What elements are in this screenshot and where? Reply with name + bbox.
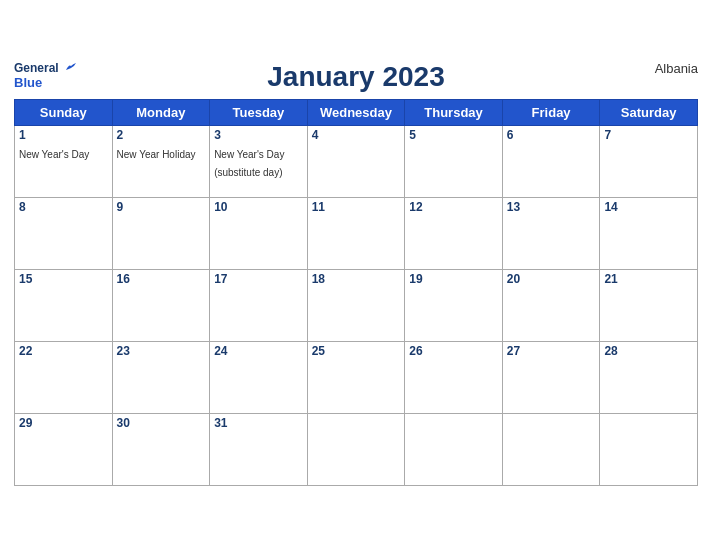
day-number: 16 [117,272,206,286]
calendar-cell [600,413,698,485]
calendar-cell: 9 [112,197,210,269]
week-row-2: 891011121314 [15,197,698,269]
day-number: 7 [604,128,693,142]
week-row-5: 293031 [15,413,698,485]
calendar-cell: 10 [210,197,308,269]
day-number: 5 [409,128,498,142]
day-number: 30 [117,416,206,430]
day-number: 18 [312,272,401,286]
calendar-cell: 12 [405,197,503,269]
calendar-cell: 8 [15,197,113,269]
calendar-cell: 29 [15,413,113,485]
calendar-cell: 5 [405,125,503,197]
weekday-header-tuesday: Tuesday [210,99,308,125]
calendar-cell: 11 [307,197,405,269]
calendar-cell: 28 [600,341,698,413]
calendar-cell: 4 [307,125,405,197]
calendar-cell: 25 [307,341,405,413]
day-number: 29 [19,416,108,430]
weekday-header-saturday: Saturday [600,99,698,125]
holiday-label: New Year's Day (substitute day) [214,149,284,178]
calendar-cell: 30 [112,413,210,485]
calendar-cell: 26 [405,341,503,413]
calendar-table: SundayMondayTuesdayWednesdayThursdayFrid… [14,99,698,486]
day-number: 26 [409,344,498,358]
calendar-cell: 27 [502,341,600,413]
calendar-cell: 1New Year's Day [15,125,113,197]
calendar-cell: 24 [210,341,308,413]
calendar-cell: 16 [112,269,210,341]
logo-bird-icon [64,62,78,72]
calendar-cell: 3New Year's Day (substitute day) [210,125,308,197]
week-row-3: 15161718192021 [15,269,698,341]
day-number: 3 [214,128,303,142]
country-label: Albania [655,61,698,76]
week-row-4: 22232425262728 [15,341,698,413]
calendar-cell: 20 [502,269,600,341]
logo-general-text: General [14,61,59,75]
calendar-cell: 18 [307,269,405,341]
weekday-header-monday: Monday [112,99,210,125]
calendar-cell: 6 [502,125,600,197]
weekday-header-row: SundayMondayTuesdayWednesdayThursdayFrid… [15,99,698,125]
day-number: 14 [604,200,693,214]
calendar-header: General Blue January 2023 Albania [14,61,698,93]
day-number: 9 [117,200,206,214]
calendar-cell: 31 [210,413,308,485]
calendar-cell: 19 [405,269,503,341]
calendar-cell: 2New Year Holiday [112,125,210,197]
day-number: 23 [117,344,206,358]
day-number: 4 [312,128,401,142]
day-number: 12 [409,200,498,214]
day-number: 17 [214,272,303,286]
holiday-label: New Year's Day [19,149,89,160]
day-number: 8 [19,200,108,214]
day-number: 22 [19,344,108,358]
calendar-cell: 7 [600,125,698,197]
day-number: 2 [117,128,206,142]
weekday-header-friday: Friday [502,99,600,125]
day-number: 13 [507,200,596,214]
day-number: 24 [214,344,303,358]
week-row-1: 1New Year's Day2New Year Holiday3New Yea… [15,125,698,197]
calendar-cell [405,413,503,485]
calendar-cell: 22 [15,341,113,413]
calendar-cell: 13 [502,197,600,269]
day-number: 6 [507,128,596,142]
calendar-cell: 17 [210,269,308,341]
day-number: 11 [312,200,401,214]
calendar-cell [502,413,600,485]
logo-area: General Blue [14,61,78,90]
day-number: 1 [19,128,108,142]
calendar-cell: 21 [600,269,698,341]
holiday-label: New Year Holiday [117,149,196,160]
calendar-container: General Blue January 2023 Albania Sunday… [0,51,712,500]
calendar-cell: 23 [112,341,210,413]
day-number: 21 [604,272,693,286]
month-title: January 2023 [267,61,444,93]
weekday-header-thursday: Thursday [405,99,503,125]
day-number: 20 [507,272,596,286]
day-number: 31 [214,416,303,430]
day-number: 27 [507,344,596,358]
calendar-cell [307,413,405,485]
day-number: 10 [214,200,303,214]
logo-blue-text: Blue [14,75,42,90]
calendar-cell: 15 [15,269,113,341]
weekday-header-sunday: Sunday [15,99,113,125]
day-number: 19 [409,272,498,286]
weekday-header-wednesday: Wednesday [307,99,405,125]
day-number: 28 [604,344,693,358]
calendar-cell: 14 [600,197,698,269]
day-number: 15 [19,272,108,286]
day-number: 25 [312,344,401,358]
